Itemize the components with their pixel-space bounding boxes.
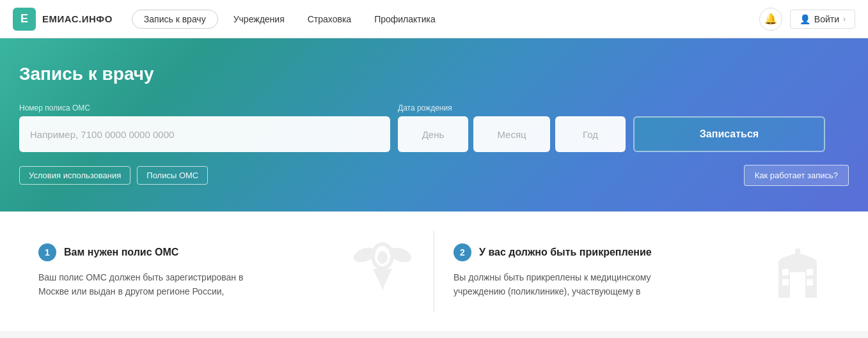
terms-button[interactable]: Условия использования — [19, 166, 130, 185]
page-title: Запись к врачу — [19, 64, 849, 84]
hero-section: Запись к врачу Номер полиса ОМС Дата рож… — [0, 38, 868, 211]
step-badge-2: 2 — [454, 243, 471, 261]
dob-label: Дата рождения — [398, 104, 626, 112]
nav-appointment[interactable]: Запись к врачу — [132, 10, 218, 29]
bottom-links: Условия использования Полисы ОМС Как раб… — [19, 165, 849, 186]
svg-rect-11 — [782, 269, 789, 275]
policy-label: Номер полиса ОМС — [19, 104, 390, 112]
step-badge-1: 1 — [38, 243, 56, 261]
day-input[interactable] — [398, 116, 468, 152]
info-card-2-title: У вас должно быть прикрепление — [479, 247, 652, 258]
policy-field-group: Номер полиса ОМС — [19, 104, 390, 152]
bell-icon: 🔔 — [764, 13, 777, 25]
logo-name: ЕМИАС.ИНФО — [42, 13, 113, 24]
info-card-2: 2 У вас должно быть прикрепление Вы долж… — [434, 231, 849, 312]
nav-insurance[interactable]: Страховка — [297, 10, 361, 28]
submit-button[interactable]: Записаться — [633, 116, 825, 152]
notification-bell-button[interactable]: 🔔 — [759, 8, 782, 31]
login-button[interactable]: 👤 Войти › — [790, 10, 855, 29]
svg-rect-12 — [807, 269, 813, 275]
coat-of-arms-watermark — [351, 237, 414, 301]
nav-prevention[interactable]: Профилактика — [364, 10, 446, 28]
info-section: 1 Вам нужен полис ОМС Ваш полис ОМС долж… — [0, 211, 868, 331]
header-right: 🔔 👤 Войти › — [759, 8, 855, 31]
policy-input[interactable] — [19, 116, 390, 152]
login-arrow-icon: › — [843, 15, 846, 24]
dob-field-group: Дата рождения — [398, 104, 626, 152]
logo-area: E ЕМИАС.ИНФО — [13, 8, 113, 31]
month-input[interactable] — [473, 116, 550, 152]
info-card-1-title: Вам нужен полис ОМС — [64, 247, 178, 258]
policy-oms-button[interactable]: Полисы ОМС — [137, 166, 208, 185]
logo-icon: E — [13, 8, 36, 31]
info-card-2-text: Вы должны быть прикреплены к медицинском… — [454, 270, 671, 299]
info-card-1-text: Ваш полис ОМС должен быть зарегистрирова… — [38, 270, 256, 299]
svg-point-2 — [377, 251, 388, 264]
bottom-links-left: Условия использования Полисы ОМС — [19, 166, 208, 185]
how-it-works-button[interactable]: Как работает запись? — [744, 165, 849, 186]
user-icon: 👤 — [800, 14, 810, 24]
header: E ЕМИАС.ИНФО Запись к врачу Учреждения С… — [0, 0, 868, 38]
svg-rect-13 — [782, 279, 789, 286]
svg-rect-10 — [795, 249, 800, 263]
dob-inputs — [398, 116, 626, 152]
svg-rect-5 — [377, 269, 388, 274]
appointment-form: Номер полиса ОМС Дата рождения x Записат… — [19, 104, 849, 152]
info-card-1: 1 Вам нужен полис ОМС Ваш полис ОМС долж… — [19, 231, 434, 312]
submit-field-group: x Записаться — [633, 104, 825, 152]
svg-rect-7 — [790, 272, 805, 298]
login-label: Войти — [814, 14, 839, 24]
building-watermark — [766, 237, 830, 301]
year-input[interactable] — [555, 116, 626, 152]
svg-rect-14 — [807, 279, 813, 286]
nav-institutions[interactable]: Учреждения — [223, 10, 295, 28]
